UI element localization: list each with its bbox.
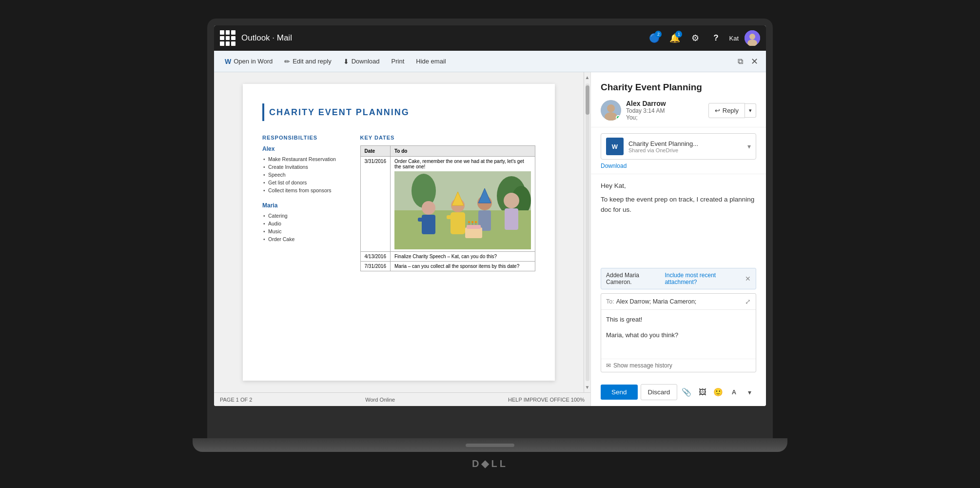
sender-time: Today 3:14 AM You; (626, 107, 704, 121)
table-header-date: Date (360, 146, 391, 157)
svg-point-29 (471, 221, 473, 223)
image-icon: 🖼 (699, 388, 706, 397)
attach-file-button[interactable]: 📎 (680, 385, 693, 400)
scroll-bar[interactable]: ▲ ▼ (584, 72, 590, 392)
svg-rect-16 (457, 215, 464, 219)
scroll-track[interactable] (586, 83, 589, 381)
calendar-badge: 1 (675, 31, 682, 38)
doc-title: CHARITY EVENT PLANNING (269, 107, 410, 118)
download-button[interactable]: ⬇ Download (338, 55, 385, 68)
document-page: CHARITY EVENT PLANNING RESPONSIBILTIES A… (243, 84, 555, 381)
sender-avatar (601, 100, 621, 121)
reply-icon: ↩ (715, 107, 720, 114)
alex-name: Alex (262, 145, 346, 152)
word-attachment-icon: W (606, 138, 624, 155)
svg-rect-22 (505, 208, 518, 230)
scroll-thumb[interactable] (586, 85, 589, 115)
svg-point-9 (422, 201, 435, 215)
list-item: Catering (262, 212, 346, 220)
added-person-text: Added Maria Cameron. (606, 272, 665, 285)
notifications-badge: 2 (655, 31, 662, 38)
sender-name: Alex Darrow (626, 100, 704, 107)
hide-email-button[interactable]: Hide email (411, 55, 451, 67)
settings-button[interactable]: ⚙ (686, 29, 705, 47)
party-photo (394, 171, 531, 249)
list-item: Speech (262, 171, 346, 179)
user-name-label: Kat (729, 35, 739, 42)
svg-point-30 (475, 221, 477, 223)
list-item: Audio (262, 220, 346, 227)
download-icon: ⬇ (343, 58, 349, 65)
svg-point-21 (504, 193, 519, 208)
emoji-icon: 🙂 (713, 387, 723, 397)
attachment-chevron-icon[interactable]: ▾ (747, 142, 751, 150)
download-link[interactable]: Download (601, 163, 627, 169)
svg-rect-23 (465, 227, 482, 238)
reply-compose-area: To: Alex Darrow; Maria Cameron; ⤢ This i… (601, 293, 756, 372)
email-greeting: Hey Kat, (601, 181, 756, 191)
discard-button[interactable]: Discard (641, 384, 678, 400)
laptop-trackpad-notch (466, 444, 514, 447)
reply-action-bar: Send Discard 📎 🖼 🙂 A (591, 380, 766, 406)
paperclip-icon: 📎 (682, 387, 691, 397)
online-indicator (616, 115, 621, 120)
show-message-history-button[interactable]: ✉ Show message history (601, 359, 756, 372)
to-recipients[interactable]: Alex Darrow; Maria Cameron; (616, 298, 745, 305)
svg-rect-15 (447, 215, 453, 219)
close-icon[interactable]: ✕ (749, 54, 760, 69)
added-person-bar: Added Maria Cameron. Include most recent… (601, 268, 756, 289)
status-app: Word Online (252, 397, 508, 403)
svg-rect-11 (418, 218, 425, 222)
format-text-button[interactable]: A (727, 385, 740, 400)
status-page: PAGE 1 OF 2 (220, 397, 252, 403)
svg-point-1 (749, 34, 755, 40)
doc-title-accent (262, 103, 264, 121)
expand-compose-icon[interactable]: ⤢ (745, 298, 751, 305)
print-button[interactable]: Print (387, 55, 410, 67)
insert-image-button[interactable]: 🖼 (696, 385, 709, 400)
reply-dropdown-button[interactable]: ▾ (745, 103, 756, 118)
restore-icon[interactable]: ⧉ (736, 55, 745, 68)
scroll-up-arrow[interactable]: ▲ (584, 73, 590, 81)
open-in-word-button[interactable]: W Open in Word (220, 55, 277, 68)
reply-button[interactable]: ↩ Reply (708, 103, 745, 118)
envelope-icon: ✉ (606, 362, 611, 369)
list-item: Music (262, 227, 346, 235)
more-options-button[interactable]: ▾ (744, 385, 756, 400)
list-item: Get list of donors (262, 179, 346, 186)
reply-line-3: Maria, what do you think? (606, 330, 751, 340)
app-title: Outlook · Mail (241, 33, 645, 43)
to-label: To: (606, 298, 614, 305)
table-row: 7/31/2016 Maria – can you collect all th… (360, 262, 535, 271)
status-bar: PAGE 1 OF 2 Word Online HELP IMPROVE OFF… (214, 392, 590, 406)
edit-and-reply-button[interactable]: ✏ Edit and reply (279, 55, 336, 68)
waffle-menu[interactable] (220, 30, 235, 46)
word-icon: W (225, 58, 231, 65)
email-panel: Charity Event Planning (590, 72, 766, 406)
help-button[interactable]: ? (706, 29, 725, 47)
list-item: Order Cake (262, 235, 346, 243)
list-item: Collect items from sponsors (262, 186, 346, 194)
dell-logo: D◆LL (472, 458, 508, 469)
send-button[interactable]: Send (601, 385, 638, 400)
list-item: Make Restaurant Reservation (262, 155, 346, 163)
table-header-todo: To do (391, 146, 535, 157)
emoji-button[interactable]: 🙂 (712, 385, 725, 400)
pencil-icon: ✏ (284, 58, 290, 65)
notifications-button[interactable]: 🔵 2 (645, 29, 664, 47)
added-person-close-button[interactable]: ✕ (745, 275, 751, 283)
table-row: 4/13/2016 Finalize Charity Speech – Kat,… (360, 252, 535, 262)
email-subject: Charity Event Planning (601, 82, 756, 93)
reply-text-input[interactable]: This is great! Maria, what do you think? (601, 310, 756, 359)
status-right: HELP IMPROVE OFFICE 100% (508, 397, 585, 403)
scroll-down-arrow[interactable]: ▼ (584, 383, 590, 391)
svg-rect-10 (422, 215, 435, 234)
include-attachment-link[interactable]: Include most recent attachment? (665, 272, 745, 285)
calendar-button[interactable]: 🔔 1 (666, 29, 684, 47)
table-row: 3/31/2016 Order Cake, remember the one w… (360, 157, 535, 252)
user-avatar[interactable] (745, 30, 760, 46)
svg-rect-24 (467, 225, 481, 229)
attachment-card[interactable]: W Charity Event Planning... Shared via O… (601, 133, 756, 160)
svg-point-32 (607, 104, 615, 112)
maria-name: Maria (262, 202, 346, 209)
